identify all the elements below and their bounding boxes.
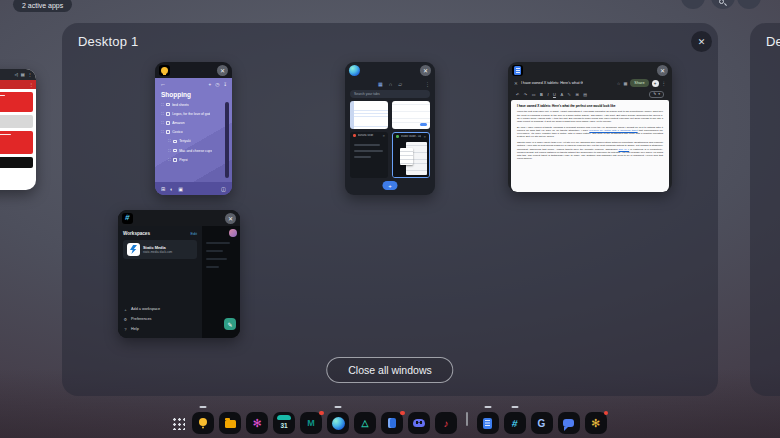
share-button[interactable]: Share [630, 79, 648, 87]
checkbox[interactable] [166, 112, 170, 116]
taskbar-gmail-icon[interactable] [300, 412, 322, 434]
redo-icon[interactable]: ↷ [524, 92, 527, 97]
help-button[interactable]: ? Help [123, 324, 197, 334]
top-action-button-1[interactable] [681, 0, 705, 9]
grid-icon[interactable]: ▦ [623, 81, 627, 86]
checklist-item[interactable]: ∷Pepsi [161, 155, 226, 164]
add-workspace-button[interactable]: + Add a workspace [123, 304, 197, 314]
drag-handle-icon[interactable]: ∷ [161, 130, 164, 134]
avatar[interactable] [229, 229, 237, 237]
close-doc-icon[interactable]: ✕ [514, 81, 518, 86]
checkbox[interactable] [173, 158, 177, 162]
keep-window[interactable]: ✕ ← + ◷ ↧ Shopping ∷bed sheets∷Legos, fo… [155, 62, 232, 195]
archive-icon[interactable]: ↧ [223, 82, 227, 87]
edge-close-button[interactable]: ✕ [420, 65, 431, 76]
compose-button[interactable]: ✎ [224, 318, 236, 330]
edit-button[interactable]: Edit [190, 232, 197, 236]
kebab-menu-icon[interactable]: ⋮ [425, 81, 430, 87]
taskbar-files-icon[interactable] [219, 412, 241, 434]
taskbar-slack-icon[interactable] [504, 412, 526, 434]
taskbar-app-drawer-button[interactable] [170, 412, 187, 434]
checklist-item[interactable]: ∷Amazon [161, 118, 226, 127]
edge-window[interactable]: ✕ ▦ ∩ ▱ ⋮ Search your tabs Banana Glide … [345, 62, 435, 195]
checkbox[interactable] [166, 130, 170, 134]
undo-icon[interactable]: ↶ [516, 92, 519, 97]
checklist-item[interactable]: ∷Costco [161, 128, 226, 137]
italic-button[interactable]: I [547, 92, 548, 97]
reminder-icon[interactable]: ◷ [215, 82, 219, 87]
taskbar-calendar-icon[interactable]: 31 [273, 412, 295, 434]
keep-close-button[interactable]: ✕ [217, 65, 228, 76]
tabs-grid-icon[interactable]: ▦ [378, 81, 383, 87]
taskbar-google-icon[interactable] [531, 412, 553, 434]
print-icon[interactable]: ▭ [532, 92, 536, 97]
info-icon[interactable]: ⓘ [221, 186, 226, 192]
checklist-item[interactable]: ∷Mac and cheese cups [161, 146, 226, 155]
checklist-item[interactable]: ∷bed sheets [161, 100, 226, 109]
drag-handle-icon[interactable]: ∷ [168, 139, 171, 143]
scrollbar[interactable] [225, 102, 229, 178]
bold-button[interactable]: B [540, 92, 543, 97]
drag-handle-icon[interactable]: ∷ [161, 103, 164, 107]
drag-handle-icon[interactable]: ∷ [161, 112, 164, 116]
taskbar-google-docs-icon[interactable] [477, 412, 499, 434]
taskbar-music-icon[interactable] [435, 412, 457, 434]
search-tabs-input[interactable]: Search your tabs [350, 90, 430, 98]
back-icon[interactable]: ← [160, 81, 166, 87]
document-page[interactable]: I have owned X tablets: Here's what the … [511, 100, 669, 192]
search-button[interactable] [711, 0, 735, 9]
taskbar-drive-icon[interactable] [354, 412, 376, 434]
new-tab-button[interactable]: + [383, 181, 398, 190]
drag-handle-icon[interactable]: ∷ [168, 158, 171, 162]
checkbox[interactable] [173, 149, 177, 153]
taskbar-reader-icon[interactable] [381, 412, 403, 434]
tab-thumbnail-dark[interactable]: Banana Glide ✕ [350, 132, 388, 178]
checkbox[interactable] [166, 103, 170, 107]
taskbar-gallery-icon[interactable] [246, 412, 268, 434]
close-tab-icon[interactable]: ✕ [423, 135, 426, 139]
drag-handle-icon[interactable]: ∷ [161, 121, 164, 125]
taskbar-messages-icon[interactable] [558, 412, 580, 434]
checkbox[interactable] [166, 121, 170, 125]
checkbox[interactable] [173, 140, 177, 144]
text-color-button[interactable]: A [560, 92, 563, 97]
slack-close-button[interactable]: ✕ [225, 213, 236, 224]
docs-close-button[interactable]: ✕ [657, 65, 668, 76]
slack-window[interactable]: # ✕ Workspaces Edit [118, 210, 240, 338]
preferences-button[interactable]: ⚙ Preferences [123, 314, 197, 324]
underline-button[interactable]: U [553, 92, 556, 97]
adjacent-window-left[interactable]: ◁ ▤ ⋮ ⋮ [0, 69, 36, 190]
taskbar-photos-pinwheel-icon[interactable] [585, 412, 607, 434]
palette-icon[interactable]: ◐ [170, 186, 173, 192]
doc-title[interactable]: I have owned X tablets: Here's what the … [521, 81, 583, 85]
tab-groups-icon[interactable]: ▱ [398, 81, 402, 87]
docs-window[interactable]: ✕ ✕ I have owned X tablets: Here's what … [508, 62, 672, 192]
next-desktop-panel[interactable]: Desktop 2 [750, 23, 780, 396]
close-tab-icon[interactable]: ✕ [382, 134, 385, 138]
tab-thumbnail-selected[interactable]: Studio Guide - Layout ✕ [392, 132, 430, 178]
insert-table-icon[interactable]: ⊞ [575, 92, 578, 97]
incognito-icon[interactable]: ∩ [389, 81, 393, 87]
add-button[interactable]: + [652, 80, 659, 87]
top-action-button-2[interactable] [737, 0, 761, 9]
highlight-button[interactable]: ✎ [568, 92, 571, 97]
pin-icon[interactable]: + [208, 82, 211, 87]
align-icon[interactable]: ▤ [583, 92, 587, 97]
workspace-item[interactable]: Static Media static-media.slack.com [123, 240, 197, 259]
image-icon[interactable]: ▣ [178, 186, 183, 192]
active-apps-pill[interactable]: 2 active apps [13, 0, 72, 12]
taskbar-discord-icon[interactable] [408, 412, 430, 434]
editing-mode-button[interactable]: ✎ ▾ [649, 91, 664, 98]
taskbar-edge-icon[interactable] [327, 412, 349, 434]
note-title[interactable]: Shopping [155, 88, 232, 100]
close-all-windows-button[interactable]: Close all windows [326, 357, 453, 383]
star-icon[interactable]: ☆ [617, 81, 621, 86]
add-checkbox-icon[interactable]: ⊞ [161, 186, 165, 192]
drag-handle-icon[interactable]: ∷ [168, 149, 171, 153]
tab-thumbnail-spreadsheet[interactable] [350, 101, 388, 129]
checklist-item[interactable]: ∷Legos, for the love of god [161, 109, 226, 118]
taskbar-google-keep-icon[interactable] [192, 412, 214, 434]
desktop-close-button[interactable]: ✕ [691, 31, 712, 52]
checklist-item[interactable]: ∷Teriyaki [161, 137, 226, 146]
kebab-menu-icon[interactable]: ⋮ [662, 81, 667, 86]
